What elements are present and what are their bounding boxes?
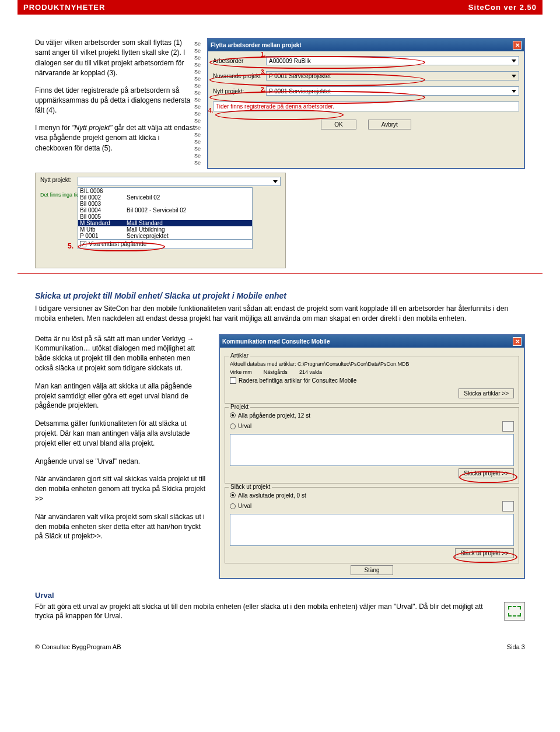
btn-stang[interactable]: Stäng	[351, 565, 393, 575]
list-item[interactable]: M UtbMall Utbildning	[78, 226, 252, 233]
footer-left: © Consultec ByggProgram AB	[35, 643, 121, 650]
col2-p5: När användaren gjort sitt val skickas va…	[35, 474, 210, 503]
dialog-flytta: Flytta arbetsorder mellan projekt ✕ 1. A…	[207, 38, 525, 169]
col-valda: 214 valda	[299, 369, 322, 375]
dialog1-title: Flytta arbetsorder mellan projekt	[211, 42, 302, 48]
list-item[interactable]: Bil 0002Servicebil 02	[78, 194, 252, 201]
section2-intro: I tidigare versioner av SiteCon har den …	[35, 304, 525, 324]
col2-p6: När användaren valt vilka projekt som sk…	[35, 512, 210, 541]
col2-p4: Angående urval se "Urval" nedan.	[35, 457, 210, 467]
db-path: Aktuell databas med artiklar: C:\Program…	[230, 361, 514, 367]
col2-p2: Man kan antingen välja att skicka ut all…	[35, 381, 210, 411]
dd-nytt[interactable]: P 0001 Serviceprojektet	[266, 86, 519, 96]
urval-text: För att göra ett urval av projekt att sk…	[35, 602, 492, 622]
chk-label: Visa endast pågående	[89, 241, 146, 247]
chevron-down-icon	[273, 180, 278, 183]
grp-projekt: Projekt Alla pågående projekt, 12 st Urv…	[225, 407, 519, 484]
intro-p3: I menyn för "Nytt projekt" går det att v…	[35, 123, 198, 153]
lbl-nytt: Nytt projekt:	[213, 88, 262, 94]
red-divider	[18, 273, 542, 274]
close-icon[interactable]: ✕	[513, 337, 522, 346]
btn-skicka-projekt[interactable]: Skicka projekt >>	[459, 468, 514, 478]
list-item[interactable]: BIL 0006	[78, 188, 252, 194]
marker-2: 2.	[261, 86, 265, 93]
intro-text: Du väljer vilken arbetsorder som skall f…	[35, 38, 198, 169]
dialog-kommunikation: Kommunikation med Consultec Mobile ✕ Art…	[219, 334, 525, 579]
marker-5: 5.	[68, 242, 74, 250]
dd-arbetsorder[interactable]: A000009 RuBilk	[266, 56, 519, 65]
dialog2-titlebar[interactable]: Kommunikation med Consultec Mobile ✕	[220, 335, 524, 348]
nytt-projekt-panel: Nytt projekt: Det finns inga tider regis…	[35, 173, 286, 268]
np-dropdown[interactable]	[78, 177, 281, 186]
header-left: PRODUKTNYHETER	[23, 3, 105, 12]
grp-slack: Släck ut projekt Alla avslutade projekt,…	[225, 487, 519, 563]
chevron-down-icon	[512, 75, 516, 78]
btn-skicka-artiklar[interactable]: Skicka artiklar >>	[459, 388, 514, 398]
marker-3: 3.	[261, 69, 265, 75]
np-label: Nytt projekt:	[40, 177, 75, 183]
radio-alla-pag[interactable]	[230, 412, 236, 418]
header-right: SiteCon ver 2.50	[468, 3, 537, 12]
section2-heading: Skicka ut projekt till Mobil enhet/ Släc…	[35, 291, 525, 300]
urval-icon[interactable]	[504, 602, 525, 621]
list-item[interactable]: Bil 0004Bil 0002 - Servicebil 02	[78, 207, 252, 213]
checkbox-visa-pag[interactable]: ✓	[80, 241, 86, 247]
cancel-button[interactable]: Avbryt	[368, 120, 411, 129]
list-item[interactable]: M StandardMall Standard	[78, 220, 252, 226]
side-text: SeSeSeSeSeSeSeSeSeSeSeSeSeSeSeSeSeSe	[194, 40, 201, 166]
dialog2-title: Kommunikation med Consultec Mobile	[222, 338, 330, 345]
dialog1-titlebar[interactable]: Flytta arbetsorder mellan projekt ✕	[208, 39, 524, 51]
list-item[interactable]: P 0001Serviceprojektet	[78, 233, 252, 239]
btn-slack-projekt[interactable]: Släck ut projekt >>	[455, 548, 514, 558]
warning-box: Tider finns registrerade på denna arbets…	[213, 101, 519, 111]
close-icon[interactable]: ✕	[513, 41, 522, 50]
footer: © Consultec ByggProgram AB Sida 3	[18, 632, 542, 656]
section2-col-text: Detta är nu löst på så sätt att man unde…	[35, 334, 210, 579]
list-item[interactable]: Bil 0003	[78, 201, 252, 207]
marker-1: 1.	[261, 51, 265, 58]
lbl-nuvarande: Nuvarande projekt	[213, 73, 262, 79]
chevron-down-icon	[512, 90, 516, 93]
lbl-arbetsorder: Arbetsorder	[213, 58, 262, 64]
ok-button[interactable]: OK	[321, 120, 356, 129]
marker-4: 4.	[208, 107, 213, 114]
col2-p3: Detsamma gäller funktionaliteten för att…	[35, 419, 210, 448]
urval-heading: Urval	[35, 591, 525, 600]
np-listbox[interactable]: BIL 0006 Bil 0002Servicebil 02 Bil 0003 …	[78, 187, 253, 249]
list-item[interactable]: Bil 0005	[78, 213, 252, 220]
intro-p1: Du väljer vilken arbetsorder som skall f…	[35, 38, 198, 79]
header-bar: PRODUKTNYHETER SiteCon ver 2.50	[18, 0, 542, 15]
radio-alla-avsl[interactable]	[230, 492, 236, 498]
col-nast: Nästgårds	[264, 369, 288, 375]
footer-right: Sida 3	[507, 643, 525, 650]
checkbox-radera[interactable]	[230, 377, 236, 384]
col-virke: Virke mm	[230, 369, 252, 375]
chevron-down-icon	[512, 59, 516, 62]
radio-urval-1[interactable]	[230, 423, 236, 429]
projekt-list	[230, 434, 514, 466]
col2-p1: Detta är nu löst på så sätt att man unde…	[35, 334, 210, 373]
urval-small-icon[interactable]	[502, 501, 514, 512]
grp-artiklar: Artiklar Aktuell databas med artiklar: C…	[225, 356, 519, 404]
intro-p2: Finns det tider registrerade på arbetsor…	[35, 86, 198, 116]
radio-urval-2[interactable]	[230, 503, 236, 509]
dd-nuvarande: P 0001 Serviceprojektet	[266, 71, 519, 80]
urval-small-icon[interactable]	[502, 421, 514, 432]
slack-list	[230, 514, 514, 546]
